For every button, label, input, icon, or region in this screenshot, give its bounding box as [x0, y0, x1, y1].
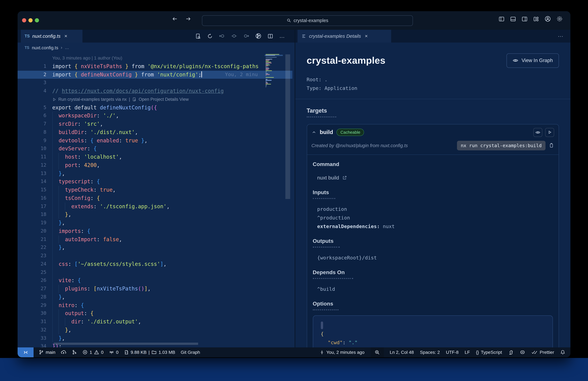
squirrel-extension-item[interactable] [508, 350, 514, 355]
code-line[interactable]: 11 host: 'localhost', [18, 153, 294, 161]
run-target-play-icon[interactable] [545, 128, 554, 137]
copilot-item[interactable] [520, 350, 525, 355]
tab-project-details[interactable]: crystal-examples Details × [297, 30, 391, 42]
git-branch-item[interactable]: main [39, 350, 55, 355]
code-line[interactable]: 30 output: { [18, 310, 294, 318]
git-graph-icon[interactable] [255, 33, 261, 39]
close-traffic-light[interactable] [22, 18, 26, 22]
git-graph-item[interactable]: Git Graph [181, 350, 200, 355]
close-tab-icon[interactable]: × [365, 33, 368, 39]
code-line[interactable]: 18 }, [18, 211, 294, 219]
code-line[interactable]: 33 }, [18, 334, 294, 342]
open-project-details-icon[interactable] [195, 33, 201, 39]
options-json-box[interactable]: { "cwd": "." } [313, 315, 553, 347]
code-line[interactable]: 14 typescript: { [18, 178, 294, 186]
cursor-position-item[interactable]: Ln 2, Col 48 [390, 350, 414, 355]
minimap[interactable] [265, 53, 283, 347]
code-line[interactable]: 32 }, [18, 326, 294, 334]
breadcrumb-more[interactable]: … [65, 45, 69, 50]
remote-indicator[interactable] [18, 347, 34, 357]
command-value[interactable]: nuxt build [317, 175, 553, 180]
codelens-row[interactable]: Run crystal-examples targets via nx|Open… [18, 95, 294, 104]
language-item[interactable]: {} TypeScript [476, 350, 502, 355]
toggle-primary-sidebar-icon[interactable] [499, 16, 504, 22]
code-line[interactable]: 15 typeCheck: true, [18, 186, 294, 194]
prettier-item[interactable]: Prettier [531, 350, 554, 355]
file-size-item[interactable]: 9.88 KB | 1.03 MB [124, 350, 175, 355]
code-line[interactable]: 13 }, [18, 169, 294, 178]
breadcrumb[interactable]: TS nuxt.config.ts › … [18, 42, 294, 53]
previous-change-icon[interactable] [219, 33, 225, 39]
eol-item[interactable]: LF [465, 350, 470, 355]
toggle-secondary-sidebar-icon[interactable] [522, 16, 528, 22]
code-line[interactable]: 29 nitro: { [18, 301, 294, 310]
code-line[interactable]: 8 buildDir: './dist/.nuxt', [18, 128, 294, 136]
code-line[interactable]: 16 tsConfig: { [18, 194, 294, 202]
encoding-item[interactable]: UTF-8 [446, 350, 459, 355]
code-line[interactable]: 17 extends: './tsconfig.app.json', [18, 202, 294, 211]
problems-item[interactable]: 1 0 [83, 350, 104, 355]
close-tab-icon[interactable]: × [64, 33, 67, 39]
code-line[interactable]: 5export default defineNuxtConfig({ [18, 104, 294, 112]
more-actions-icon[interactable]: … [558, 31, 563, 38]
code-line[interactable]: 1import { nxViteTsPaths } from '@nx/vite… [18, 62, 294, 71]
code-line[interactable]: 23 [18, 252, 294, 260]
notifications-item[interactable] [560, 350, 565, 355]
view-in-graph-button[interactable]: View In Graph [506, 53, 559, 68]
code-line[interactable]: 2import { defineNuxtConfig } from 'nuxt/… [18, 70, 294, 79]
account-icon[interactable] [545, 16, 551, 22]
code-line[interactable]: 20 imports: { [18, 227, 294, 235]
tab-nuxt-config[interactable]: TS nuxt.config.ts × [21, 30, 83, 42]
typescript-file-icon: TS [25, 34, 30, 38]
blame-annotation[interactable]: You, 3 minutes ago | 1 author (You) [18, 54, 294, 62]
run-command-chip[interactable]: nx run crystal-examples:build [457, 141, 546, 150]
json-open-brace: { [321, 331, 324, 337]
settings-gear-icon[interactable] [556, 16, 563, 22]
command-center-search[interactable]: crystal-examples [202, 15, 413, 26]
indentation-item[interactable]: Spaces: 2 [420, 350, 440, 355]
refresh-icon[interactable] [207, 33, 213, 39]
copy-icon[interactable] [549, 143, 554, 148]
code-line[interactable]: 25 [18, 268, 294, 277]
code-line[interactable]: 9 devtools: { enabled: true }, [18, 136, 294, 145]
horizontal-scrollbar[interactable] [54, 343, 198, 345]
customize-layout-icon[interactable] [533, 16, 539, 22]
back-arrow-icon[interactable] [172, 16, 178, 22]
split-editor-icon[interactable] [268, 33, 273, 39]
code-line[interactable]: 4// https://nuxt.com/docs/api/configurat… [18, 87, 294, 95]
breadcrumb-filename[interactable]: nuxt.config.ts [32, 45, 58, 50]
view-target-eye-icon[interactable] [533, 128, 542, 137]
code-line[interactable]: 12 port: 4200, [18, 161, 294, 170]
blame-item[interactable]: You, 2 minutes ago [319, 350, 364, 355]
codelens-open-link[interactable]: Open Project Details View [139, 95, 189, 104]
codelens-run-link[interactable]: Run crystal-examples targets via nx [58, 95, 127, 104]
minimize-traffic-light[interactable] [28, 18, 33, 22]
build-header[interactable]: build Cacheable [307, 124, 559, 139]
ports-item[interactable]: 0 [109, 350, 119, 355]
more-actions-icon[interactable]: … [279, 33, 285, 39]
code-line[interactable]: 26 vite: { [18, 277, 294, 285]
zoom-item[interactable] [371, 347, 384, 357]
code-line[interactable]: 27 plugins: [nxViteTsPaths()], [18, 285, 294, 293]
code-editor[interactable]: You, 3 minutes ago | 1 author (You)1impo… [18, 53, 294, 347]
next-change-icon[interactable] [243, 33, 249, 39]
code-line[interactable]: 28 }, [18, 293, 294, 301]
chevron-up-icon[interactable] [311, 130, 316, 135]
code-line[interactable]: 6 workspaceDir: './', [18, 112, 294, 120]
toggle-panel-icon[interactable] [510, 16, 516, 22]
vertical-scrollbar[interactable] [285, 54, 290, 199]
current-change-icon[interactable] [231, 33, 237, 39]
source-control-graph-item[interactable] [72, 350, 77, 355]
forward-arrow-icon[interactable] [185, 16, 191, 22]
code-line[interactable]: 7 srcDir: 'src', [18, 120, 294, 128]
code-line[interactable]: 10 devServer: { [18, 145, 294, 153]
publish-changes-item[interactable] [61, 350, 67, 355]
code-line[interactable]: 22 }, [18, 244, 294, 252]
code-line[interactable]: 19 }, [18, 219, 294, 227]
code-line[interactable]: 24 css: ['~/assets/css/styles.scss'], [18, 260, 294, 269]
code-line[interactable]: 3 [18, 79, 294, 87]
external-link-icon[interactable] [342, 175, 347, 180]
code-line[interactable]: 21 autoImport: false, [18, 235, 294, 244]
code-line[interactable]: 31 dir: './dist/.output', [18, 318, 294, 326]
maximize-traffic-light[interactable] [35, 18, 39, 22]
